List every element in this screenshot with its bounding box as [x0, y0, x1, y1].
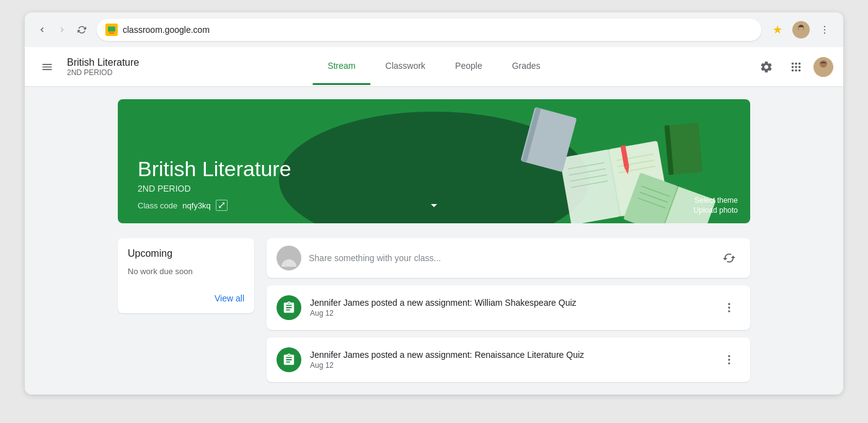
nav-buttons [33, 21, 91, 38]
svg-point-35 [728, 303, 730, 305]
upload-photo-link[interactable]: Upload photo [694, 206, 738, 215]
apps-button[interactable] [784, 55, 808, 79]
share-box: Share something with your class... [267, 238, 750, 278]
assignment-title-1: Jennifer James posted a new assignment: … [310, 298, 709, 308]
share-input[interactable]: Share something with your class... [309, 253, 711, 263]
assignment-info-1: Jennifer James posted a new assignment: … [310, 298, 709, 318]
menu-button[interactable] [815, 20, 835, 40]
class-title-section: British Literature 2ND PERIOD [67, 57, 140, 77]
class-code-value: nqfy3kq [182, 201, 211, 210]
two-col-layout: Upcoming No work due soon View all [118, 238, 750, 382]
banner-period: 2ND PERIOD [138, 184, 730, 194]
upcoming-empty-text: No work due soon [128, 267, 244, 276]
browser-toolbar: classroom.google.com ★ [25, 12, 843, 47]
page-content: British Literature 2ND PERIOD Stream Cla… [25, 47, 843, 394]
class-name: British Literature [67, 57, 140, 68]
back-button[interactable] [33, 21, 51, 38]
repost-icon[interactable] [718, 247, 740, 269]
svg-point-39 [728, 358, 730, 360]
tab-grades[interactable]: Grades [497, 48, 556, 85]
svg-point-5 [824, 26, 825, 27]
hamburger-menu[interactable] [35, 55, 60, 79]
refresh-button[interactable] [73, 21, 91, 38]
user-avatar-browser [792, 21, 810, 38]
assignment-icon-1 [277, 295, 301, 320]
share-avatar [277, 246, 301, 270]
browser-actions: ★ [768, 20, 835, 40]
url-text: classroom.google.com [123, 25, 753, 35]
assignment-date-2: Aug 12 [310, 361, 709, 370]
svg-point-7 [824, 32, 825, 33]
settings-button[interactable] [754, 55, 779, 79]
banner-title: British Literature [138, 157, 730, 181]
forward-button[interactable] [53, 21, 71, 38]
header-avatar[interactable] [813, 57, 833, 77]
upcoming-title: Upcoming [128, 248, 244, 259]
profile-button[interactable] [791, 20, 811, 40]
tab-classwork[interactable]: Classwork [371, 48, 441, 85]
svg-point-33 [281, 259, 296, 267]
header-nav: Stream Classwork People Grades [312, 48, 555, 85]
assignment-info-2: Jennifer James posted a new assignment: … [310, 350, 709, 370]
class-banner: British Literature 2ND PERIOD Class code… [118, 99, 750, 223]
svg-point-36 [728, 306, 730, 308]
assignment-title-2: Jennifer James posted a new assignment: … [310, 350, 709, 360]
banner-bottom-right: Select theme Upload photo [694, 196, 738, 215]
svg-point-38 [728, 355, 730, 357]
main-content: British Literature 2ND PERIOD Class code… [25, 87, 843, 394]
assignment-menu-button-1[interactable] [718, 296, 740, 319]
svg-point-10 [820, 60, 827, 68]
select-theme-link[interactable]: Select theme [694, 196, 738, 205]
upcoming-card: Upcoming No work due soon View all [118, 238, 254, 313]
class-code-label: Class code [138, 201, 177, 210]
stream-column: Share something with your class... [267, 238, 750, 382]
assignment-menu-button-2[interactable] [718, 349, 740, 371]
svg-point-8 [815, 68, 832, 77]
content-wrapper: British Literature 2ND PERIOD Class code… [105, 99, 763, 382]
site-favicon [105, 24, 118, 36]
tab-people[interactable]: People [440, 48, 497, 85]
assignment-card-2: Jennifer James posted a new assignment: … [267, 337, 750, 382]
svg-point-37 [728, 310, 730, 312]
view-all-button[interactable]: View all [128, 288, 244, 303]
bookmark-button[interactable]: ★ [768, 20, 787, 40]
header-left: British Literature 2ND PERIOD [35, 55, 159, 79]
svg-point-40 [728, 362, 730, 364]
svg-rect-0 [108, 27, 115, 32]
assignment-icon-2 [277, 347, 301, 372]
expand-code-button[interactable]: ⤢ [216, 200, 228, 211]
star-icon: ★ [773, 23, 782, 37]
banner-chevron[interactable] [427, 198, 441, 216]
svg-point-6 [824, 29, 825, 30]
assignment-date-1: Aug 12 [310, 309, 709, 318]
header-right [754, 55, 833, 79]
tab-stream[interactable]: Stream [312, 48, 370, 85]
app-header: British Literature 2ND PERIOD Stream Cla… [25, 47, 843, 87]
svg-rect-2 [109, 33, 114, 33]
assignment-card: Jennifer James posted a new assignment: … [267, 285, 750, 330]
address-bar[interactable]: classroom.google.com [97, 19, 761, 41]
class-period: 2ND PERIOD [67, 68, 140, 77]
svg-point-34 [286, 253, 292, 259]
